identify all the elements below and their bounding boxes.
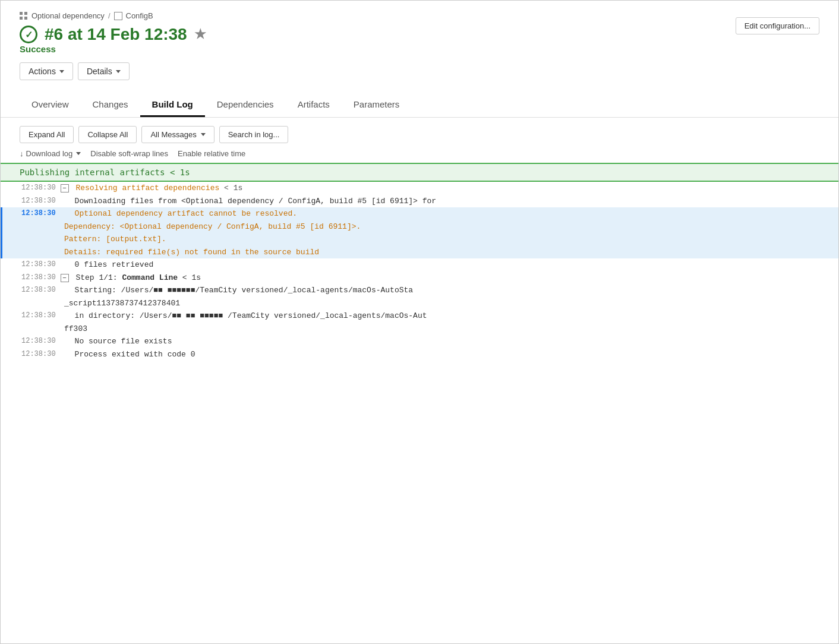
action-buttons: Actions Details bbox=[20, 62, 206, 91]
actions-chevron bbox=[59, 70, 64, 73]
log-normal-text: Process exited with code 0 bbox=[75, 350, 195, 359]
log-timestamp: 12:38:30 bbox=[2, 182, 61, 193]
log-timestamp: 12:38:30 bbox=[2, 336, 61, 346]
tabs-row: Overview Changes Build Log Dependencies … bbox=[1, 93, 838, 118]
relative-time-link[interactable]: Enable relative time bbox=[178, 149, 245, 158]
collapse-all-button[interactable]: Collapse All bbox=[78, 126, 137, 143]
log-line: 12:38:30 − Step 1/1: Command Line < 1s bbox=[1, 272, 838, 285]
collapse-icon[interactable]: − bbox=[61, 184, 69, 192]
log-timestamp: 12:38:30 bbox=[2, 195, 61, 206]
log-duration: < 1s bbox=[224, 184, 242, 192]
publishing-text: Publishing internal artifacts bbox=[20, 168, 165, 177]
log-options-row: ↓ Download log Disable soft-wrap lines E… bbox=[20, 149, 819, 158]
star-icon[interactable]: ★ bbox=[194, 27, 206, 42]
log-body: in directory: /Users/■■ ■■ ■■■■■ /TeamCi… bbox=[61, 310, 838, 322]
log-normal-text: 0 files retrieved bbox=[75, 260, 154, 269]
log-body: Dependency: <Optional dependency / Confi… bbox=[50, 221, 838, 233]
log-normal-text: No source file exists bbox=[75, 337, 172, 346]
breadcrumb-config[interactable]: ConfigB bbox=[126, 11, 153, 20]
soft-wrap-link[interactable]: Disable soft-wrap lines bbox=[90, 149, 168, 158]
tab-artifacts[interactable]: Artifacts bbox=[286, 93, 342, 117]
log-controls: Expand All Collapse All All Messages Sea… bbox=[1, 118, 838, 163]
download-chevron bbox=[76, 152, 81, 155]
expand-all-button[interactable]: Expand All bbox=[20, 126, 74, 143]
log-content: Publishing internal artifacts < 1s 12:38… bbox=[1, 163, 838, 361]
log-line: 12:38:30 Starting: /Users/■■ ■■■■■■/Team… bbox=[1, 284, 838, 297]
build-title-row: Optional dependency / ConfigB #6 at 14 F… bbox=[20, 11, 819, 91]
log-line-highlighted: Details: required file(s) not found in t… bbox=[1, 246, 838, 259]
log-line: 12:38:30 − Resolving artifact dependenci… bbox=[1, 182, 838, 195]
download-log-label: Download log bbox=[26, 149, 73, 158]
title-left: Optional dependency / ConfigB #6 at 14 F… bbox=[20, 11, 206, 91]
log-section-header: Resolving artifact dependencies bbox=[75, 184, 219, 192]
log-normal-text: Starting: /Users/■■ ■■■■■■/TeamCity vers… bbox=[75, 286, 414, 295]
tab-changes[interactable]: Changes bbox=[81, 93, 140, 117]
grid-icon bbox=[20, 12, 28, 20]
log-body: _script113738737412378401 bbox=[50, 298, 838, 310]
log-line: _script113738737412378401 bbox=[1, 297, 838, 310]
log-error-text: Optional dependency artifact cannot be r… bbox=[75, 209, 297, 218]
log-normal-text: Downloading files from <Optional depende… bbox=[75, 197, 437, 206]
page-container: Optional dependency / ConfigB #6 at 14 F… bbox=[0, 0, 839, 644]
log-line: 12:38:30 Process exited with code 0 bbox=[1, 348, 838, 361]
log-timestamp: 12:38:30 bbox=[2, 285, 61, 295]
log-line-highlighted: 12:38:30 Optional dependency artifact ca… bbox=[1, 207, 838, 220]
log-body: Optional dependency artifact cannot be r… bbox=[61, 208, 838, 220]
log-body: Downloading files from <Optional depende… bbox=[61, 195, 838, 207]
all-messages-label: All Messages bbox=[150, 130, 196, 139]
details-button[interactable]: Details bbox=[78, 62, 130, 80]
log-body: ff303 bbox=[50, 323, 838, 335]
search-log-button[interactable]: Search in log... bbox=[219, 126, 289, 143]
log-normal-text: Step 1/1: Command Line < 1s bbox=[75, 273, 201, 282]
log-timestamp: 12:38:30 bbox=[2, 310, 61, 321]
log-body: No source file exists bbox=[61, 336, 838, 348]
tab-parameters[interactable]: Parameters bbox=[342, 93, 412, 117]
log-buttons-row: Expand All Collapse All All Messages Sea… bbox=[20, 126, 819, 143]
download-log-link[interactable]: ↓ Download log bbox=[20, 149, 81, 158]
all-messages-button[interactable]: All Messages bbox=[141, 126, 214, 143]
log-line: 12:38:30 in directory: /Users/■■ ■■ ■■■■… bbox=[1, 310, 838, 323]
log-body: 0 files retrieved bbox=[61, 259, 838, 271]
build-title: #6 at 14 Feb 12:38 ★ bbox=[20, 25, 206, 44]
tab-dependencies[interactable]: Dependencies bbox=[205, 93, 286, 117]
tab-build-log[interactable]: Build Log bbox=[140, 93, 205, 117]
build-number-date: #6 at 14 Feb 12:38 bbox=[45, 25, 187, 44]
breadcrumb-project[interactable]: Optional dependency bbox=[31, 11, 105, 20]
log-normal-text: _script113738737412378401 bbox=[64, 299, 180, 308]
log-line: ff303 bbox=[1, 323, 838, 336]
tab-overview[interactable]: Overview bbox=[20, 93, 81, 117]
publishing-bar-text: Publishing internal artifacts < 1s bbox=[20, 168, 190, 177]
log-timestamp-highlighted: 12:38:30 bbox=[2, 208, 61, 219]
check-icon bbox=[20, 26, 37, 43]
details-label: Details bbox=[87, 67, 112, 76]
log-timestamp: 12:38:30 bbox=[2, 259, 61, 270]
log-body: Process exited with code 0 bbox=[61, 349, 838, 361]
log-body: Details: required file(s) not found in t… bbox=[50, 247, 838, 258]
all-messages-chevron bbox=[201, 133, 206, 136]
actions-button[interactable]: Actions bbox=[20, 62, 73, 80]
actions-label: Actions bbox=[29, 67, 56, 76]
project-icon bbox=[20, 12, 28, 20]
header-area: Optional dependency / ConfigB #6 at 14 F… bbox=[1, 1, 838, 91]
config-icon bbox=[114, 12, 122, 20]
breadcrumb-sep: / bbox=[108, 11, 111, 20]
log-body: Starting: /Users/■■ ■■■■■■/TeamCity vers… bbox=[61, 285, 838, 296]
publishing-bar: Publishing internal artifacts < 1s bbox=[1, 163, 838, 182]
log-error-text: Pattern: [output.txt]. bbox=[64, 235, 166, 244]
log-error-text: Details: required file(s) not found in t… bbox=[64, 248, 319, 257]
log-line: 12:38:30 No source file exists bbox=[1, 335, 838, 348]
log-lines: 12:38:30 − Resolving artifact dependenci… bbox=[1, 182, 838, 361]
log-normal-text: ff303 bbox=[64, 324, 87, 333]
log-line: 12:38:30 0 files retrieved bbox=[1, 258, 838, 272]
edit-config-button[interactable]: Edit configuration... bbox=[736, 17, 819, 34]
log-timestamp: 12:38:30 bbox=[2, 349, 61, 359]
details-chevron bbox=[116, 70, 121, 73]
success-label: Success bbox=[20, 44, 206, 54]
log-line-highlighted: Dependency: <Optional dependency / Confi… bbox=[1, 220, 838, 233]
log-body: − Resolving artifact dependencies < 1s bbox=[61, 182, 838, 194]
log-line: 12:38:30 Downloading files from <Optiona… bbox=[1, 195, 838, 208]
collapse-icon[interactable]: − bbox=[61, 274, 69, 282]
log-line-highlighted: Pattern: [output.txt]. bbox=[1, 233, 838, 246]
log-timestamp: 12:38:30 bbox=[2, 272, 61, 283]
download-arrow-icon: ↓ bbox=[20, 149, 24, 158]
